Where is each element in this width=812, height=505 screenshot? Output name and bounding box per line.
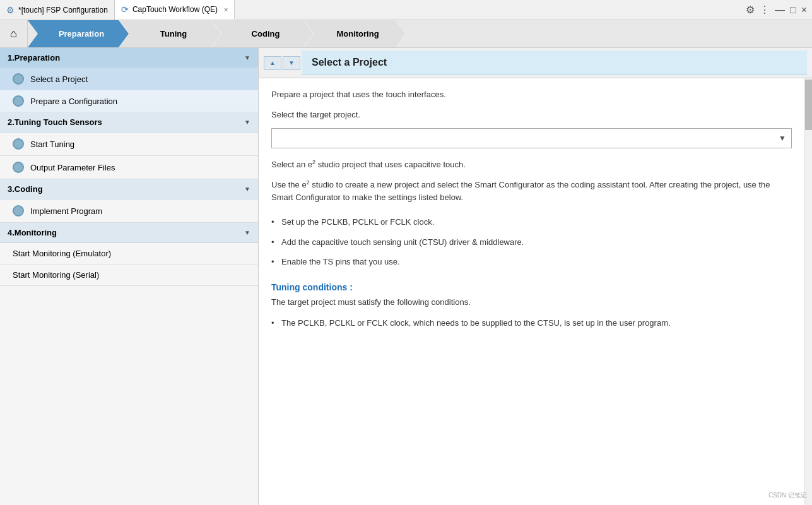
section-preparation-header[interactable]: 1.Preparation ▼ xyxy=(0,48,258,68)
fsp-icon: ⚙ xyxy=(6,5,15,15)
home-icon: ⌂ xyxy=(10,27,17,40)
prepare-config-circle xyxy=(13,95,24,107)
sidebar-item-start-emulator[interactable]: Start Monitoring (Emulator) xyxy=(0,243,258,264)
project-dropdown[interactable]: ▼ xyxy=(271,128,792,148)
sidebar-item-implement[interactable]: Implement Program xyxy=(0,199,258,223)
sidebar: 1.Preparation ▼ Select a Project Prepare… xyxy=(0,48,259,505)
section-monitoring-header[interactable]: 4.Monitoring ▼ xyxy=(0,223,258,243)
more-icon[interactable]: ⋮ xyxy=(760,4,770,16)
scrollbar-thumb xyxy=(805,80,812,130)
step-preparation-label: Preparation xyxy=(59,29,104,39)
preparation-dropdown-arrow: ▼ xyxy=(244,54,250,61)
start-serial-label: Start Monitoring (Serial) xyxy=(13,270,99,280)
maximize-button[interactable]: □ xyxy=(790,4,796,16)
content-scroll[interactable]: Prepare a project that uses the touch in… xyxy=(259,78,804,505)
dropdown-arrow-icon: ▼ xyxy=(779,134,786,143)
section-monitoring-label: 4.Monitoring xyxy=(8,228,57,237)
nav-down-icon: ▼ xyxy=(288,59,295,66)
section-coding-header[interactable]: 3.Coding ▼ xyxy=(0,179,258,199)
info-box: Select an e2 studio project that uses ca… xyxy=(271,158,792,203)
info-line2: Use the e2 studio to create a new projec… xyxy=(271,179,792,203)
monitoring-dropdown-arrow: ▼ xyxy=(244,229,250,236)
intro-text: Prepare a project that uses the touch in… xyxy=(271,88,792,101)
info-line1: Select an e2 studio project that uses ca… xyxy=(271,158,792,171)
step-preparation[interactable]: Preparation xyxy=(28,20,129,47)
page-title: Select a Project xyxy=(312,57,797,68)
nav-down-button[interactable]: ▼ xyxy=(283,56,300,70)
implement-circle xyxy=(13,205,24,217)
tuning-bullet-list: The PCLKB, PCLKL or FCLK clock, which ne… xyxy=(271,313,792,333)
output-param-circle xyxy=(13,162,24,173)
sidebar-item-output-param[interactable]: Output Parameter Files xyxy=(0,156,258,179)
bullet-item-1: Set up the PCLKB, PCLKL or FCLK clock. xyxy=(271,212,792,232)
bullet-list: Set up the PCLKB, PCLKL or FCLK clock. A… xyxy=(271,212,792,272)
start-tuning-circle xyxy=(13,138,24,150)
tuning-bullet-1: The PCLKB, PCLKL or FCLK clock, which ne… xyxy=(271,313,792,333)
main-layout: 1.Preparation ▼ Select a Project Prepare… xyxy=(0,48,812,505)
home-button[interactable]: ⌂ xyxy=(0,20,28,47)
bullet-item-3: Enable the TS pins that you use. xyxy=(271,252,792,272)
content-area: ▲ ▼ Select a Project Prepare a project t… xyxy=(259,48,812,505)
tab-captouch[interactable]: ⟳ CapTouch Workflow (QE) × xyxy=(115,0,235,20)
section-coding-body: Implement Program xyxy=(0,199,258,223)
tuning-conditions-desc: The target project must satisfy the foll… xyxy=(271,297,792,307)
section-tuning-body: Start Tuning Output Parameter Files xyxy=(0,133,258,179)
step-nav: ⌂ Preparation Tuning Coding Monitoring xyxy=(0,20,812,48)
watermark: CSDN 记笔记 xyxy=(768,491,807,500)
window-controls: ⚙ ⋮ — □ × xyxy=(746,4,812,16)
tab-fsp-config[interactable]: ⚙ *[touch] FSP Configuration xyxy=(0,0,115,20)
output-param-label: Output Parameter Files xyxy=(30,163,115,172)
main-scrollbar[interactable] xyxy=(804,78,812,505)
step-coding[interactable]: Coding xyxy=(212,20,313,47)
select-label: Select the target project. xyxy=(271,109,792,121)
content-title-bar: Select a Project xyxy=(302,50,807,75)
section-tuning-label: 2.Tuning Touch Sensors xyxy=(8,117,102,127)
sidebar-item-start-tuning[interactable]: Start Tuning xyxy=(0,133,258,156)
tab2-label: CapTouch Workflow (QE) xyxy=(132,5,218,14)
minimize-button[interactable]: — xyxy=(775,4,785,16)
section-tuning-header[interactable]: 2.Tuning Touch Sensors ▼ xyxy=(0,112,258,133)
section-monitoring-body: Start Monitoring (Emulator) Start Monito… xyxy=(0,243,258,286)
nav-up-icon: ▲ xyxy=(269,59,276,66)
section-preparation-label: 1.Preparation xyxy=(8,53,60,62)
step-monitoring[interactable]: Monitoring xyxy=(304,20,405,47)
step-monitoring-label: Monitoring xyxy=(336,29,379,39)
sidebar-item-start-serial[interactable]: Start Monitoring (Serial) xyxy=(0,264,258,286)
tuning-conditions-title: Tuning conditions : xyxy=(271,282,792,292)
start-emulator-label: Start Monitoring (Emulator) xyxy=(13,249,111,258)
prepare-config-label: Prepare a Configuration xyxy=(30,97,117,106)
tab1-label: *[touch] FSP Configuration xyxy=(18,6,108,15)
select-project-label: Select a Project xyxy=(30,74,88,84)
sidebar-item-prepare-config[interactable]: Prepare a Configuration xyxy=(0,90,258,112)
step-coding-label: Coding xyxy=(252,29,280,39)
settings-icon[interactable]: ⚙ xyxy=(746,4,755,16)
step-tuning[interactable]: Tuning xyxy=(120,20,221,47)
implement-label: Implement Program xyxy=(30,206,102,216)
section-preparation-body: Select a Project Prepare a Configuration xyxy=(0,68,258,112)
coding-dropdown-arrow: ▼ xyxy=(244,186,250,193)
section-coding-label: 3.Coding xyxy=(8,184,43,194)
nav-up-button[interactable]: ▲ xyxy=(264,56,281,70)
select-project-circle xyxy=(13,73,24,85)
sidebar-item-select-project[interactable]: Select a Project xyxy=(0,68,258,90)
content-nav: ▲ ▼ Select a Project xyxy=(259,48,812,78)
start-tuning-label: Start Tuning xyxy=(30,140,74,149)
close-window-button[interactable]: × xyxy=(801,4,807,16)
bullet-item-2: Add the capacitive touch sensing unit (C… xyxy=(271,232,792,252)
tab-close-button[interactable]: × xyxy=(224,6,228,13)
step-tuning-label: Tuning xyxy=(160,29,187,39)
captouch-icon: ⟳ xyxy=(121,4,129,15)
tuning-dropdown-arrow: ▼ xyxy=(244,119,250,126)
title-bar: ⚙ *[touch] FSP Configuration ⟳ CapTouch … xyxy=(0,0,812,20)
